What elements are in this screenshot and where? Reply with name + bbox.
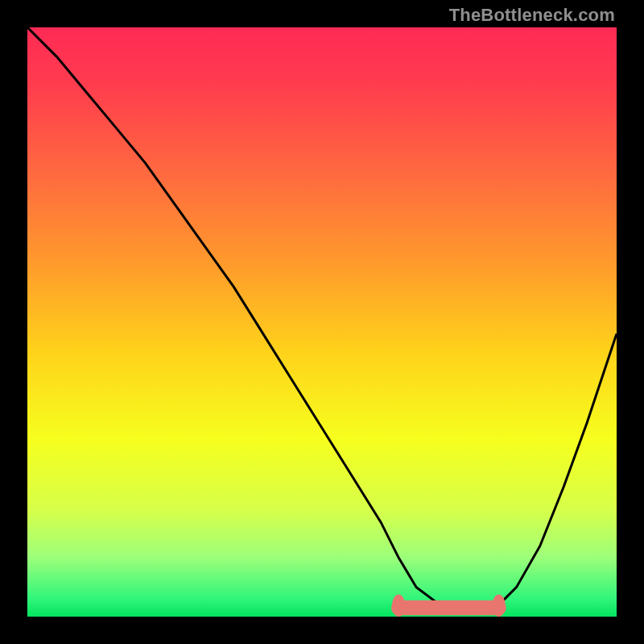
- watermark-text: TheBottleneck.com: [449, 5, 615, 26]
- gradient-background: [27, 27, 617, 617]
- svg-point-2: [492, 595, 505, 617]
- svg-point-1: [392, 595, 405, 617]
- bottleneck-chart: [27, 27, 617, 617]
- chart-frame: [27, 27, 617, 617]
